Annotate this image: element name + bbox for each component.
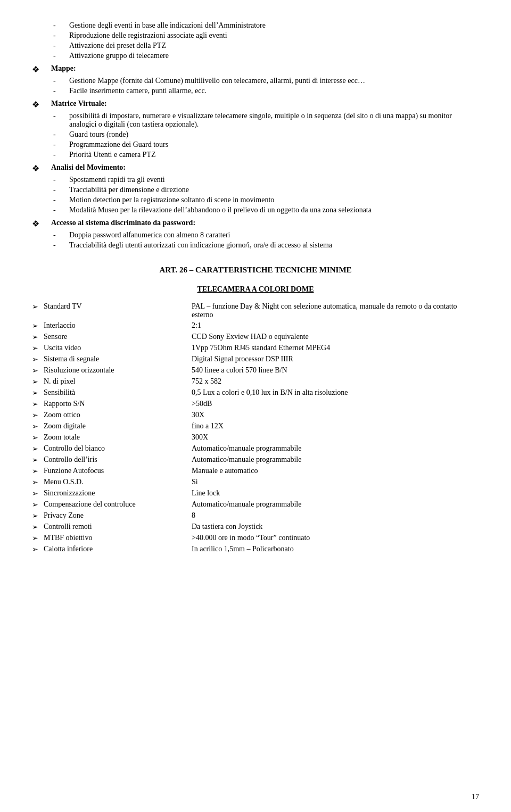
bullet-label-accesso: Accesso al sistema discriminato da passw…: [51, 219, 195, 229]
arrow-icon-10: ➢: [32, 422, 44, 431]
arrow-icon-16: ➢: [32, 489, 44, 498]
intro-item-4: - Attivazione gruppo di telecamere: [53, 52, 479, 60]
spec-label-0: Standard TV: [44, 302, 192, 311]
spec-value-4: Digital Signal processor DSP IIIR: [192, 355, 479, 364]
spec-value-6: 752 x 582: [192, 377, 479, 386]
spec-label-8: Rapporto S/N: [44, 400, 192, 408]
mappe-sub-1: - Gestione Mappe (fornite dal Comune) mu…: [53, 77, 479, 85]
spec-value-1: 2:1: [192, 321, 479, 330]
accesso-sub-1: - Doppia password alfanumerica con almen…: [53, 231, 479, 239]
spec-label-col-13: ➢ Controllo dell’iris: [32, 455, 192, 465]
spec-label-col-16: ➢ Sincronizzazione: [32, 489, 192, 498]
spec-label-4: Sistema di segnale: [44, 355, 192, 363]
arrow-icon-17: ➢: [32, 500, 44, 509]
spec-value-19: Da tastiera con Joystick: [192, 523, 479, 532]
spec-value-14: Manuale e automatico: [192, 467, 479, 476]
dash-icon: -: [53, 52, 69, 60]
spec-value-9: 30X: [192, 411, 479, 420]
spec-row-6: ➢ N. di pixel 752 x 582: [32, 377, 479, 386]
spec-label-col-18: ➢ Privacy Zone: [32, 511, 192, 520]
spec-row-13: ➢ Controllo dell’iris Automatico/manuale…: [32, 455, 479, 465]
spec-value-15: Si: [192, 478, 479, 487]
spec-list: ➢ Standard TV PAL – funzione Day & Night…: [32, 302, 479, 554]
dash-icon: -: [53, 151, 69, 159]
sub-list-mappe: - Gestione Mappe (fornite dal Comune) mu…: [53, 77, 479, 95]
dash-icon: -: [53, 206, 69, 214]
arrow-icon-15: ➢: [32, 478, 44, 487]
arrow-icon-19: ➢: [32, 523, 44, 532]
spec-row-1: ➢ Interlaccio 2:1: [32, 321, 479, 330]
arrow-icon-11: ➢: [32, 433, 44, 442]
spec-label-14: Funzione Autofocus: [44, 467, 192, 475]
spec-row-2: ➢ Sensore CCD Sony Exview HAD o equivale…: [32, 333, 479, 342]
spec-value-20: >40.000 ore in modo “Tour” continuato: [192, 534, 479, 543]
arrow-icon-9: ➢: [32, 411, 44, 420]
spec-label-18: Privacy Zone: [44, 511, 192, 520]
arrow-icon-4: ➢: [32, 355, 44, 364]
spec-label-15: Menu O.S.D.: [44, 478, 192, 486]
spec-row-12: ➢ Controllo del bianco Automatico/manual…: [32, 444, 479, 453]
spec-label-col-1: ➢ Interlaccio: [32, 321, 192, 330]
intro-item-1: - Gestione degli eventi in base alle ind…: [53, 21, 479, 30]
spec-label-col-21: ➢ Calotta inferiore: [32, 545, 192, 554]
matrice-sub-text-4: Priorità Utenti e camera PTZ: [69, 151, 479, 159]
spec-row-5: ➢ Risoluzione orizzontale 540 linee a co…: [32, 366, 479, 375]
matrice-sub-text-2: Guard tours (ronde): [69, 130, 479, 139]
spec-label-col-6: ➢ N. di pixel: [32, 377, 192, 386]
dash-icon: -: [53, 140, 69, 149]
spec-row-4: ➢ Sistema di segnale Digital Signal proc…: [32, 355, 479, 364]
accesso-sub-2: - Tracciabilità degli utenti autorizzati…: [53, 241, 479, 250]
intro-text-4: Attivazione gruppo di telecamere: [69, 52, 479, 60]
spec-label-6: N. di pixel: [44, 377, 192, 386]
bullet-mappe: ❖ Mappe:: [32, 64, 479, 74]
arrow-icon-14: ➢: [32, 467, 44, 476]
spec-label-9: Zoom ottico: [44, 411, 192, 419]
arrow-icon-8: ➢: [32, 400, 44, 409]
spec-label-5: Risoluzione orizzontale: [44, 366, 192, 375]
telecamera-title: TELECAMERA A COLORI DOME: [32, 285, 479, 294]
section-accesso: ❖ Accesso al sistema discriminato da pas…: [32, 219, 479, 250]
mappe-sub-text-1: Gestione Mappe (fornite dal Comune) mult…: [69, 77, 479, 85]
spec-row-3: ➢ Uscita video 1Vpp 75Ohm RJ45 standard …: [32, 344, 479, 353]
spec-value-7: 0,5 Lux a colori e 0,10 lux in B/N in al…: [192, 388, 479, 397]
mappe-sub-text-2: Facile inserimento camere, punti allarme…: [69, 87, 479, 95]
spec-row-14: ➢ Funzione Autofocus Manuale e automatic…: [32, 467, 479, 476]
dash-icon: -: [53, 112, 69, 129]
spec-label-3: Uscita video: [44, 344, 192, 352]
matrice-sub-1: - possibilità di impostare, numerare e v…: [53, 112, 479, 129]
spec-value-21: In acrilico 1,5mm – Policarbonato: [192, 545, 479, 554]
sub-list-analisi: - Spostamenti rapidi tra gli eventi - Tr…: [53, 176, 479, 214]
analisi-sub-3: - Motion detection per la registrazione …: [53, 196, 479, 204]
dash-icon: -: [53, 186, 69, 194]
arrow-icon-2: ➢: [32, 333, 44, 342]
arrow-icon-0: ➢: [32, 302, 44, 311]
bullet-analisi: ❖ Analisi del Movimento:: [32, 163, 479, 173]
bullet-matrice: ❖ Matrice Virtuale:: [32, 100, 479, 110]
intro-text-3: Attivazione dei preset della PTZ: [69, 42, 479, 50]
arrow-icon-5: ➢: [32, 366, 44, 375]
arrow-icon-6: ➢: [32, 377, 44, 386]
spec-label-1: Interlaccio: [44, 321, 192, 330]
arrow-icon-21: ➢: [32, 545, 44, 554]
spec-label-21: Calotta inferiore: [44, 545, 192, 553]
spec-value-5: 540 linee a colori 570 linee B/N: [192, 366, 479, 375]
spec-value-18: 8: [192, 511, 479, 520]
arrow-icon-1: ➢: [32, 321, 44, 330]
dash-icon: -: [53, 196, 69, 204]
spec-label-col-14: ➢ Funzione Autofocus: [32, 467, 192, 476]
dash-icon: -: [53, 42, 69, 50]
section-mappe: ❖ Mappe: - Gestione Mappe (fornite dal C…: [32, 64, 479, 95]
spec-value-13: Automatico/manuale programmabile: [192, 455, 479, 465]
spec-label-col-0: ➢ Standard TV: [32, 302, 192, 319]
matrice-sub-4: - Priorità Utenti e camera PTZ: [53, 151, 479, 159]
spec-value-11: 300X: [192, 433, 479, 442]
analisi-sub-text-2: Tracciabilità per dimensione e direzione: [69, 186, 479, 194]
spec-value-12: Automatico/manuale programmabile: [192, 444, 479, 453]
dash-icon: -: [53, 21, 69, 30]
spec-label-col-10: ➢ Zoom digitale: [32, 422, 192, 431]
analisi-sub-4: - Modalità Museo per la rilevazione dell…: [53, 206, 479, 214]
sub-list-matrice: - possibilità di impostare, numerare e v…: [53, 112, 479, 159]
spec-label-col-9: ➢ Zoom ottico: [32, 411, 192, 420]
matrice-sub-text-1: possibilità di impostare, numerare e vis…: [69, 112, 479, 129]
spec-row-21: ➢ Calotta inferiore In acrilico 1,5mm – …: [32, 545, 479, 554]
